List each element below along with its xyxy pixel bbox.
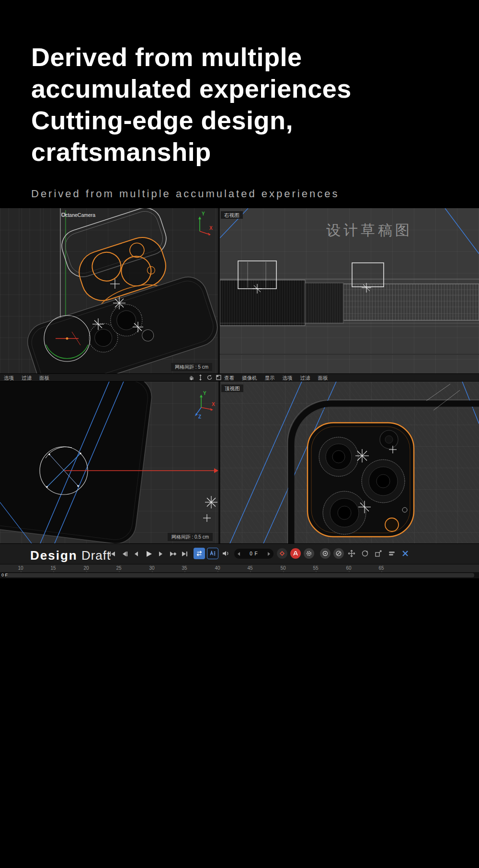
frame-value: 0 F bbox=[250, 551, 258, 556]
menu-item-options[interactable]: 选项 bbox=[283, 374, 293, 381]
timeline-ruler[interactable]: 10 15 20 25 30 35 40 45 50 55 60 65 bbox=[0, 564, 479, 572]
ruler-tick: 50 bbox=[280, 565, 285, 571]
design-draft-caption: Design Draft bbox=[30, 548, 111, 563]
grid-spacing-note: 网格间距 : 0.5 cm bbox=[168, 533, 213, 541]
play-button[interactable] bbox=[143, 548, 153, 560]
dolly-icon[interactable] bbox=[197, 374, 204, 381]
title-line: craftsmanship bbox=[31, 136, 352, 168]
watermark-text: 设计草稿图 bbox=[326, 221, 412, 240]
viewport-right-view[interactable]: 右视图 设计草稿图 bbox=[220, 208, 479, 373]
perspective-render bbox=[0, 208, 218, 373]
scale-key-icon[interactable] bbox=[374, 549, 383, 558]
ruler-tick: 45 bbox=[247, 565, 252, 571]
sound-toggle-button[interactable] bbox=[220, 548, 231, 559]
axis-x-label: X bbox=[212, 402, 215, 407]
key-filter-buttons bbox=[347, 549, 410, 558]
animation-toolbar: Design Draft bbox=[0, 543, 479, 564]
prev-key-button[interactable] bbox=[119, 548, 129, 560]
ruler-tick: 20 bbox=[83, 565, 89, 571]
caption-bold: Design bbox=[30, 548, 78, 563]
parameter-key-icon[interactable] bbox=[387, 549, 397, 558]
viewport-front-view[interactable]: Y X Z 网格间距 : 0.5 cm bbox=[0, 382, 218, 543]
frame-increment-icon[interactable] bbox=[268, 552, 270, 556]
menu-item-camera[interactable]: 摄像机 bbox=[242, 374, 257, 381]
axis-gizmo: Y X Z bbox=[193, 392, 216, 420]
next-key-button[interactable] bbox=[167, 548, 177, 560]
camera-tag[interactable]: OctaneCamera bbox=[61, 212, 95, 218]
menu-item-filter[interactable]: 过滤 bbox=[300, 374, 310, 381]
ruler-tick: 10 bbox=[18, 565, 23, 571]
axis-y-label: Y bbox=[203, 391, 206, 396]
top-view-render bbox=[220, 382, 479, 543]
axis-x-label: X bbox=[209, 225, 213, 231]
current-frame-field[interactable]: 0 F bbox=[234, 549, 274, 559]
camera-tag-icon bbox=[61, 212, 67, 217]
menu-item-filter[interactable]: 过滤 bbox=[22, 374, 32, 381]
range-bar[interactable] bbox=[5, 573, 474, 577]
goto-end-button[interactable] bbox=[179, 548, 189, 560]
ruler-tick: 30 bbox=[149, 565, 154, 571]
ruler-tick: 55 bbox=[313, 565, 318, 571]
menu-item-panel[interactable]: 面板 bbox=[318, 374, 328, 381]
menu-item-display[interactable]: 显示 bbox=[265, 374, 275, 381]
title-line: Derived from multiple bbox=[31, 41, 352, 73]
title-line: accumulated experiences bbox=[31, 73, 352, 104]
transport-controls bbox=[107, 548, 189, 560]
goto-start-button[interactable] bbox=[107, 548, 117, 560]
record-keyframe-button[interactable] bbox=[277, 548, 287, 559]
page: Derived from multiple accumulated experi… bbox=[0, 0, 479, 868]
loop-playback-button[interactable] bbox=[194, 548, 205, 559]
keying-buttons bbox=[277, 548, 344, 559]
viewport-perspective[interactable]: OctaneCamera Y X 网格间距 : 5 cm bbox=[0, 208, 218, 373]
title-line: Cutting-edge design, bbox=[31, 104, 352, 136]
viewport-menu-bar: 选项 过滤 面板 查看 摄像机 bbox=[0, 373, 479, 382]
left-viewport-menu: 选项 过滤 面板 bbox=[4, 374, 49, 381]
axis-y-label: Y bbox=[202, 211, 205, 216]
right-viewport-menu: 查看 摄像机 显示 选项 过滤 面板 bbox=[224, 374, 328, 381]
timeline-range-track[interactable]: 0 F bbox=[0, 572, 479, 578]
ruler-tick: 65 bbox=[378, 565, 384, 571]
viewport-name[interactable]: 顶视图 bbox=[221, 384, 243, 392]
x-axis-lock-icon[interactable] bbox=[400, 549, 410, 558]
page-subtitle: Derived from multiple accumulated experi… bbox=[31, 188, 339, 200]
keying-settings-button[interactable] bbox=[304, 548, 314, 559]
frame-decrement-icon[interactable] bbox=[238, 552, 240, 556]
viewport-nav-icons bbox=[188, 374, 222, 381]
axis-gizmo: Y X bbox=[192, 212, 214, 238]
grid-spacing-note: 网格间距 : 5 cm bbox=[171, 363, 212, 371]
menu-item-panel[interactable]: 面板 bbox=[39, 374, 49, 381]
keyframe-presets-button[interactable] bbox=[333, 548, 344, 559]
ruler-tick: 25 bbox=[116, 565, 121, 571]
prev-frame-button[interactable] bbox=[131, 548, 141, 560]
caption-light: Draft bbox=[81, 548, 111, 563]
ruler-tick: 35 bbox=[182, 565, 187, 571]
ruler-tick: 60 bbox=[346, 565, 351, 571]
axis-z-label: Z bbox=[198, 414, 201, 419]
menu-item-options[interactable]: 选项 bbox=[4, 374, 14, 381]
c4d-editor: OctaneCamera Y X 网格间距 : 5 cm bbox=[0, 208, 479, 578]
rotate-view-icon[interactable] bbox=[206, 374, 213, 381]
viewport-name[interactable]: 右视图 bbox=[221, 211, 243, 219]
viewport-top-view[interactable]: 顶视图 bbox=[220, 382, 479, 543]
autokey-mode-button[interactable] bbox=[207, 548, 218, 559]
pan-icon[interactable] bbox=[188, 374, 195, 381]
record-objects-button[interactable] bbox=[320, 548, 331, 559]
page-title: Derived from multiple accumulated experi… bbox=[31, 41, 352, 168]
ruler-tick: 15 bbox=[50, 565, 56, 571]
range-start-label: 0 F bbox=[1, 573, 8, 577]
menu-item-view[interactable]: 查看 bbox=[224, 374, 234, 381]
autokey-toggle-button[interactable] bbox=[290, 548, 301, 559]
next-frame-button[interactable] bbox=[155, 548, 165, 560]
front-view-render bbox=[0, 382, 218, 543]
rotation-key-icon[interactable] bbox=[360, 549, 370, 558]
ruler-tick: 40 bbox=[215, 565, 220, 571]
maximize-view-icon[interactable] bbox=[215, 374, 222, 381]
position-key-icon[interactable] bbox=[347, 549, 356, 558]
